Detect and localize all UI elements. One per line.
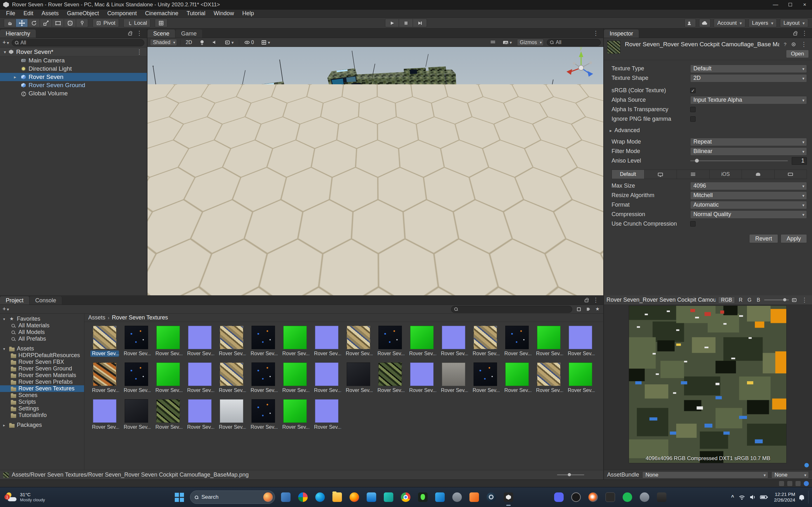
scene-camera-dropdown[interactable]: ▾ bbox=[501, 39, 514, 46]
close-button[interactable]: × bbox=[798, 0, 812, 9]
layout-dropdown[interactable]: Layout▾ bbox=[780, 19, 808, 27]
asset-thumbnail[interactable]: Rover Sev... bbox=[154, 399, 183, 436]
mip-level-slider[interactable] bbox=[764, 299, 789, 300]
platform-tab-android[interactable] bbox=[742, 170, 774, 179]
alienware-icon[interactable] bbox=[416, 491, 429, 504]
asset-thumbnail[interactable]: Rover Sev... bbox=[249, 326, 278, 362]
rect-tool-button[interactable] bbox=[52, 19, 64, 27]
asset-thumbnail[interactable]: Rover Sev... bbox=[281, 326, 310, 362]
platform-tab-default[interactable]: Default bbox=[612, 170, 645, 179]
transform-tool-button[interactable] bbox=[64, 19, 76, 27]
taskbar-clock[interactable]: 12:21 PM 2/26/2024 bbox=[774, 492, 795, 503]
asset-thumbnail[interactable]: Rover Sev... bbox=[407, 326, 437, 362]
collapse-caret-icon[interactable]: ▾ bbox=[4, 49, 6, 55]
asset-thumbnail[interactable]: Rover Sev... bbox=[439, 326, 468, 362]
menu-item[interactable]: Component bbox=[103, 9, 141, 17]
kebab-menu-icon[interactable]: ⋮ bbox=[135, 48, 144, 55]
asset-thumbnail[interactable]: Rover Sev... bbox=[312, 362, 341, 399]
search-by-type-icon[interactable] bbox=[576, 306, 582, 312]
aniso-value-field[interactable]: 1 bbox=[792, 157, 807, 165]
filter-mode-dropdown[interactable]: Bilinear bbox=[690, 147, 807, 156]
crunch-compression-checkbox[interactable] bbox=[690, 221, 696, 227]
format-dropdown[interactable]: Automatic bbox=[690, 201, 807, 209]
scene-visibility-button[interactable]: 0 bbox=[242, 39, 256, 46]
hand-tool-button[interactable] bbox=[4, 19, 16, 27]
asset-thumbnail[interactable]: Rover Sev... bbox=[217, 326, 246, 362]
thumbnail-size-slider[interactable] bbox=[557, 474, 584, 475]
asset-thumbnail[interactable]: Rover Sev... bbox=[502, 326, 531, 362]
grid-snapping-button[interactable] bbox=[155, 19, 167, 27]
scene-lighting-button[interactable] bbox=[197, 39, 207, 46]
asset-thumbnail[interactable]: Rover Sev... bbox=[281, 362, 310, 399]
menu-item[interactable]: Assets bbox=[38, 9, 63, 17]
firefox-icon[interactable] bbox=[348, 491, 361, 504]
inspector-tab[interactable]: Inspector bbox=[604, 30, 639, 38]
steam-icon[interactable] bbox=[485, 491, 498, 504]
discord-icon[interactable] bbox=[553, 491, 565, 504]
asset-thumbnail[interactable]: Rover Sev... bbox=[154, 326, 183, 362]
assets-root[interactable]: ▾Assets bbox=[0, 345, 84, 352]
asset-thumbnail[interactable]: Rover Sev... bbox=[122, 326, 151, 362]
alpha-transparency-checkbox[interactable] bbox=[690, 107, 696, 112]
rotate-tool-button[interactable] bbox=[28, 19, 40, 27]
microsoft-store-icon[interactable] bbox=[365, 491, 378, 504]
notification-bell-icon[interactable] bbox=[799, 495, 804, 499]
local-toggle-button[interactable]: Local bbox=[123, 19, 151, 27]
srgb-checkbox[interactable] bbox=[690, 88, 696, 93]
move-tool-button[interactable] bbox=[16, 19, 28, 27]
asset-thumbnail[interactable]: Rover Sev... bbox=[566, 326, 595, 362]
lock-icon[interactable] bbox=[793, 33, 797, 36]
gear-icon[interactable] bbox=[791, 42, 797, 47]
asset-thumbnail[interactable]: Rover Sev... bbox=[375, 326, 405, 362]
asset-thumbnail[interactable]: Rover Sev... bbox=[185, 362, 214, 399]
folder-item[interactable]: Rover Seven Textures bbox=[0, 385, 84, 392]
texture-preview-image[interactable] bbox=[629, 305, 786, 463]
platform-tab-standalone[interactable] bbox=[645, 170, 677, 179]
maximize-button[interactable] bbox=[783, 0, 798, 9]
kebab-menu-icon[interactable]: ⋮ bbox=[799, 41, 809, 48]
search-by-label-icon[interactable] bbox=[586, 306, 591, 312]
start-button[interactable] bbox=[173, 491, 186, 504]
scale-tool-button[interactable] bbox=[40, 19, 52, 27]
folder-item[interactable]: HDRPDefaultResources bbox=[0, 352, 84, 359]
asset-thumbnail[interactable]: Rover Sev... bbox=[217, 399, 246, 436]
favorite-search-item[interactable]: All Materials bbox=[0, 322, 84, 329]
unity-hub-icon[interactable] bbox=[655, 491, 668, 504]
asset-thumbnail[interactable]: Rover Sev... bbox=[90, 399, 119, 436]
resize-algorithm-dropdown[interactable]: Mitchell bbox=[690, 191, 807, 200]
preview-settings-icon[interactable] bbox=[792, 297, 797, 303]
g-channel-button[interactable]: G bbox=[746, 297, 753, 303]
shading-mode-dropdown[interactable]: Shaded bbox=[150, 39, 177, 46]
minimize-button[interactable]: — bbox=[768, 0, 783, 9]
asset-thumbnail[interactable]: Rover Sev... bbox=[90, 326, 119, 362]
apply-button[interactable]: Apply bbox=[780, 234, 807, 243]
wrap-mode-dropdown[interactable]: Repeat bbox=[690, 138, 807, 146]
cloud-icon[interactable] bbox=[699, 19, 711, 27]
platform-tab-ios[interactable]: iOS bbox=[710, 170, 742, 179]
scene-search-input[interactable]: All bbox=[547, 39, 601, 46]
tray-status-icons[interactable] bbox=[738, 493, 770, 501]
asset-thumbnail[interactable]: Rover Sev... bbox=[344, 362, 373, 399]
folder-item[interactable]: Rover Seven Ground bbox=[0, 365, 84, 372]
platform-tab-server[interactable] bbox=[677, 170, 710, 179]
show-desktop-button[interactable] bbox=[808, 491, 809, 504]
asset-thumbnail[interactable]: Rover Sev... bbox=[281, 399, 310, 436]
menu-item[interactable]: Window bbox=[210, 9, 238, 17]
asset-thumbnail[interactable]: Rover Sev... bbox=[122, 399, 151, 436]
orientation-gizmo[interactable]: y bbox=[561, 47, 600, 85]
asset-thumbnail[interactable]: Rover Sev... bbox=[217, 362, 246, 399]
revert-button[interactable]: Revert bbox=[749, 234, 778, 243]
hierarchy-item[interactable]: Rover Seven Ground bbox=[0, 81, 147, 89]
scene-tab[interactable]: Scene bbox=[148, 30, 175, 38]
kebab-menu-icon[interactable]: ⋮ bbox=[800, 296, 809, 303]
asset-thumbnail[interactable]: Rover Sev... bbox=[185, 326, 214, 362]
unity-editor-icon[interactable] bbox=[502, 491, 515, 504]
ignore-png-gamma-checkbox[interactable] bbox=[690, 116, 696, 122]
hierarchy-item[interactable]: Rover Seven bbox=[0, 73, 147, 81]
slider-knob[interactable] bbox=[695, 159, 699, 163]
menu-item[interactable]: Help bbox=[238, 9, 258, 17]
favorite-search-item[interactable]: All Models bbox=[0, 329, 84, 336]
spotify-icon[interactable] bbox=[621, 491, 634, 504]
2d-toggle-button[interactable]: 2D bbox=[184, 39, 194, 46]
game-tab[interactable]: Game bbox=[175, 30, 203, 38]
